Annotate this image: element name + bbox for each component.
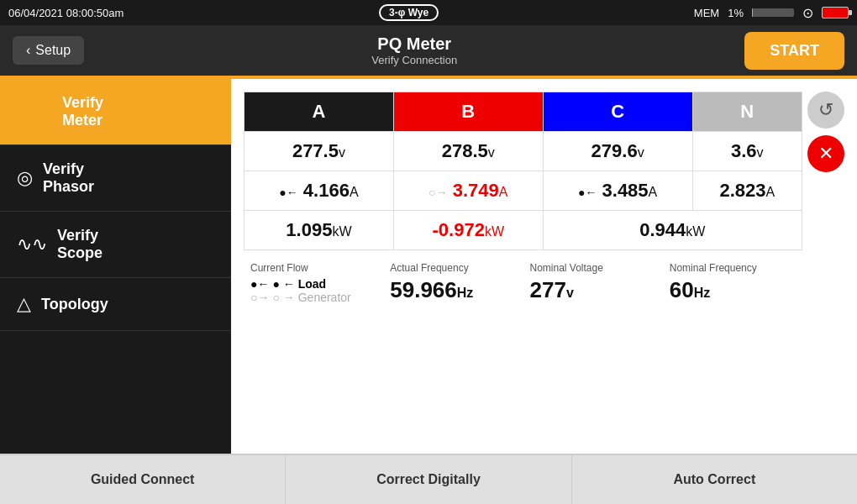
grid-actions: ↺ ✕ — [802, 92, 844, 172]
actual-freq-block: Actual Frequency 59.966Hz — [383, 262, 523, 303]
back-label: Setup — [35, 43, 71, 58]
current-flow-block: Current Flow ●← ● ← Load ○→ ○ → Generato… — [244, 262, 383, 304]
verify-phasor-label: Verify — [43, 160, 94, 178]
nominal-voltage-value: 277v — [530, 277, 656, 303]
actual-freq-label: Actual Frequency — [390, 262, 516, 274]
current-flow-label: Current Flow — [250, 262, 376, 274]
reset-button[interactable]: ↺ — [807, 92, 844, 129]
current-c: ●← 3.485A — [543, 171, 692, 211]
power-b: -0.972kW — [393, 211, 543, 250]
wifi-icon: ⊙ — [802, 5, 813, 21]
nominal-freq-block: Nominal Frequency 60Hz — [663, 262, 802, 303]
meter-values: 229.0V 19.9A 49.5 Hz — [17, 97, 49, 127]
mem-bar — [752, 8, 794, 17]
mem-label: MEM — [694, 7, 719, 19]
voltage-b: 278.5v — [393, 132, 543, 171]
correct-digitally-button[interactable]: Correct Digitally — [286, 455, 571, 504]
wye-badge: 3-φ Wye — [379, 4, 439, 21]
current-n: 2.823A — [692, 171, 802, 211]
bottom-bar: Guided Connect Correct Digitally Auto Co… — [0, 454, 857, 504]
col-header-a: A — [244, 92, 394, 132]
verify-meter-label: Verify — [62, 94, 103, 112]
gen-label: ○ → Generator — [272, 291, 350, 304]
sidebar-item-verify-scope[interactable]: ∿∿ Verify Scope — [0, 212, 231, 278]
gen-arrow-icon: ○→ — [250, 291, 269, 304]
meter-val-1: 229.0V — [17, 97, 49, 107]
cancel-icon: ✕ — [818, 143, 833, 165]
sidebar: 229.0V 19.9A 49.5 Hz Verify Meter ◎ Veri… — [0, 79, 231, 482]
voltage-row: 277.5v 278.5v 279.6v 3.6v — [244, 132, 802, 171]
scope-icon: ∿∿ — [17, 234, 47, 255]
load-indicator: ●← ● ← Load — [250, 277, 376, 291]
auto-correct-button[interactable]: Auto Correct — [572, 455, 857, 504]
topology-icon: △ — [17, 293, 31, 315]
load-arrow-icon: ●← — [250, 277, 269, 291]
verify-scope-label2: Scope — [57, 244, 103, 262]
voltage-n: 3.6v — [692, 132, 802, 171]
sidebar-item-verify-meter[interactable]: 229.0V 19.9A 49.5 Hz Verify Meter — [0, 79, 231, 145]
voltage-a: 277.5v — [244, 132, 394, 171]
col-header-c: C — [543, 92, 692, 132]
cancel-button[interactable]: ✕ — [807, 135, 844, 172]
phasor-icon: ◎ — [17, 167, 33, 189]
sidebar-item-verify-phasor[interactable]: ◎ Verify Phasor — [0, 145, 231, 212]
info-row: Current Flow ●← ● ← Load ○→ ○ → Generato… — [244, 262, 802, 304]
verify-meter-label2: Meter — [62, 112, 103, 129]
meter-val-3: 49.5 Hz — [17, 117, 49, 127]
start-button[interactable]: START — [744, 32, 844, 70]
nominal-voltage-block: Nominal Voltage 277v — [523, 262, 663, 303]
datetime: 06/04/2021 08:00:50am — [8, 7, 124, 19]
header: ‹ Setup PQ Meter Verify Connection START — [0, 25, 857, 76]
back-arrow-icon: ‹ — [26, 43, 30, 58]
verify-scope-label: Verify — [57, 227, 103, 244]
content-area: A B C N 277.5v 278.5v 279.6v 3.6v — [231, 79, 857, 482]
col-header-n: N — [692, 92, 802, 132]
page-subtitle: Verify Connection — [371, 54, 457, 66]
nominal-freq-label: Nominal Frequency — [670, 262, 796, 274]
current-b: ○→ 3.749A — [393, 171, 543, 211]
col-header-b: B — [393, 92, 543, 132]
measurement-grid: A B C N 277.5v 278.5v 279.6v 3.6v — [244, 92, 802, 250]
guided-connect-button[interactable]: Guided Connect — [0, 455, 286, 504]
current-row: ●← 4.166A ○→ 3.749A ●← 3.485A 2.823A — [244, 171, 802, 211]
voltage-c: 279.6v — [543, 132, 692, 171]
mem-pct: 1% — [728, 7, 744, 19]
load-label: ● ← Load — [272, 277, 326, 291]
status-bar: 06/04/2021 08:00:50am 3-φ Wye MEM 1% ⊙ — [0, 0, 857, 25]
main-layout: 229.0V 19.9A 49.5 Hz Verify Meter ◎ Veri… — [0, 79, 857, 482]
topology-label: Topology — [41, 296, 108, 313]
verify-phasor-label2: Phasor — [43, 178, 94, 196]
header-title: PQ Meter Verify Connection — [371, 34, 457, 66]
sidebar-item-topology[interactable]: △ Topology — [0, 278, 231, 331]
reset-icon: ↺ — [818, 99, 833, 121]
power-row: 1.095kW -0.972kW 0.944kW — [244, 211, 802, 250]
grid-with-actions: A B C N 277.5v 278.5v 279.6v 3.6v — [244, 92, 844, 304]
battery-icon — [822, 7, 849, 18]
nominal-freq-value: 60Hz — [670, 277, 796, 303]
current-a: ●← 4.166A — [244, 171, 394, 211]
generator-indicator: ○→ ○ → Generator — [250, 291, 376, 304]
content-main: A B C N 277.5v 278.5v 279.6v 3.6v — [244, 92, 802, 304]
back-button[interactable]: ‹ Setup — [13, 36, 84, 65]
page-title: PQ Meter — [371, 34, 457, 54]
flow-indicators: ●← ● ← Load ○→ ○ → Generator — [250, 277, 376, 304]
power-a: 1.095kW — [244, 211, 394, 250]
actual-freq-value: 59.966Hz — [390, 277, 516, 303]
meter-val-2: 19.9A — [17, 107, 49, 117]
power-c: 0.944kW — [543, 211, 802, 250]
nominal-voltage-label: Nominal Voltage — [530, 262, 656, 274]
